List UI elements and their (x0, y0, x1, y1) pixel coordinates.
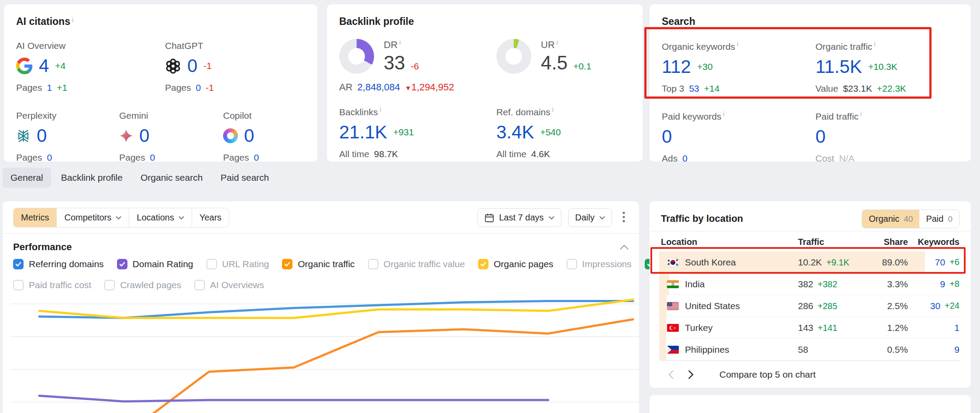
keywords-link[interactable]: 9 (940, 279, 946, 289)
tab-backlink-profile[interactable]: Backlink profile (53, 168, 131, 188)
checkbox-organic-traffic-value[interactable]: Organic traffic value (368, 259, 465, 269)
dr-donut (339, 39, 374, 74)
paid-traffic-value[interactable]: 0 (815, 127, 825, 146)
checkbox-domain-rating[interactable]: Domain Rating (117, 259, 193, 269)
paid-traffic-metric: Paid traffici 0 CostN/A (815, 110, 959, 164)
section-tabs: General Backlink profile Organic search … (3, 168, 277, 188)
more-options-button[interactable] (619, 211, 629, 224)
date-range-button[interactable]: Last 7 days (478, 208, 561, 227)
kebab-icon (622, 211, 625, 223)
pages-value[interactable]: 0 (254, 152, 259, 163)
toggle-organic[interactable]: Organic40 (862, 210, 919, 228)
info-icon[interactable]: i (380, 106, 381, 113)
checkbox-organic-pages[interactable]: Organic pages (478, 259, 554, 269)
location-row-india: India 382+382 3.3% 9+8 (661, 273, 959, 295)
calendar-icon (485, 213, 494, 223)
keywords-delta: +8 (949, 279, 959, 289)
share-value: 3.3% (864, 279, 908, 289)
next-page-button[interactable] (681, 365, 701, 385)
chatgpt-value[interactable]: 0 (187, 57, 197, 75)
info-icon[interactable]: i (860, 110, 862, 117)
dr-label: DRi (384, 39, 419, 51)
pages-label: Pages (16, 83, 42, 93)
keywords-link[interactable]: 9 (954, 344, 959, 355)
performance-toolbar: Metrics Competitors Locations Years Last… (3, 201, 639, 233)
years-button[interactable]: Years (192, 208, 229, 227)
info-icon[interactable]: i (874, 41, 875, 48)
tab-general[interactable]: General (3, 168, 51, 188)
ref-domains-delta: +540 (540, 127, 560, 138)
traffic-delta: +285 (818, 301, 837, 311)
backlinks-value[interactable]: 21.1K (339, 123, 387, 141)
compare-top5-label[interactable]: Compare top 5 on chart (719, 369, 816, 380)
ai-item-chatgpt: ChatGPT 0 -1 Pages0-1 (165, 41, 305, 93)
metrics-button[interactable]: Metrics (14, 208, 56, 227)
collapse-chevron-icon[interactable] (620, 245, 629, 250)
tab-organic-search[interactable]: Organic search (133, 168, 210, 188)
backlinks-label: Backlinksi (339, 106, 496, 117)
pages-value[interactable]: 1 (47, 83, 52, 93)
performance-chart[interactable] (10, 287, 642, 413)
pages-value[interactable]: 0 (196, 83, 201, 93)
granularity-button[interactable]: Daily (568, 208, 612, 227)
info-icon[interactable]: i (723, 110, 725, 117)
backlinks-delta: +931 (393, 127, 414, 138)
top3-value[interactable]: 53 (689, 83, 699, 94)
info-icon[interactable]: i (72, 17, 73, 24)
traffic-value: 10.2K (798, 257, 822, 268)
top3-delta: +14 (704, 83, 720, 94)
traffic-delta: +141 (818, 323, 837, 333)
keywords-link[interactable]: 70 (935, 257, 945, 268)
traffic-by-location-card: Traffic by location Organic40 Paid0 Loca… (650, 201, 971, 388)
backlink-profile-title: Backlink profile (339, 16, 630, 28)
gemini-value[interactable]: 0 (139, 127, 149, 145)
google-icon (16, 58, 33, 74)
pages-label: Pages (16, 152, 42, 163)
location-table-header: Location Traffic Share Keywords (661, 232, 959, 251)
alltime-label: All time (496, 149, 526, 159)
column-traffic: Traffic (798, 237, 864, 247)
pages-value[interactable]: 0 (47, 152, 52, 163)
keywords-delta: +6 (949, 257, 959, 268)
traffic-value: 58 (798, 344, 808, 355)
checkbox-organic-traffic[interactable]: Organic traffic (282, 259, 354, 269)
ur-gauge: URi 4.5+0.1 (496, 39, 630, 74)
dr-value: 33 (384, 52, 405, 74)
info-icon[interactable]: i (399, 39, 401, 46)
info-icon[interactable]: i (557, 39, 558, 46)
copilot-value[interactable]: 0 (244, 127, 254, 145)
column-share: Share (864, 237, 908, 247)
organic-keywords-value[interactable]: 112 (662, 58, 691, 76)
ai-item-label: AI Overview (16, 41, 165, 51)
keywords-link[interactable]: 1 (954, 323, 959, 333)
organic-traffic-label: Organic traffici (815, 41, 959, 52)
prev-page-button[interactable] (661, 365, 681, 385)
checkbox-impressions[interactable]: Impressions (567, 259, 632, 269)
toggle-paid[interactable]: Paid0 (919, 210, 959, 228)
tab-paid-search[interactable]: Paid search (213, 168, 277, 188)
ar-value[interactable]: 2,848,084 (358, 82, 400, 93)
organic-keywords-delta: +30 (697, 62, 713, 72)
location-name: India (685, 279, 705, 289)
ai-citations-card: AI citationsi AI Overview 4 +4 Pages1+1 … (4, 4, 317, 162)
pages-value[interactable]: 0 (150, 152, 155, 163)
organic-traffic-value[interactable]: 11.5K (815, 58, 862, 76)
checkbox-url-rating[interactable]: URL Rating (206, 259, 269, 269)
info-icon[interactable]: i (552, 106, 554, 113)
ref-domains-value[interactable]: 3.4K (496, 123, 534, 141)
locations-button[interactable]: Locations (129, 208, 192, 227)
ref-domains-label: Ref. domainsi (496, 106, 630, 117)
paid-keywords-value[interactable]: 0 (662, 127, 672, 146)
cost-label: Cost (815, 153, 834, 164)
location-name: Turkey (685, 323, 712, 333)
competitors-button[interactable]: Competitors (56, 208, 129, 227)
checkbox-referring-domains[interactable]: Referring domains (13, 259, 104, 269)
location-row-philippines: Philippines 58 0.5% 9 (661, 339, 959, 361)
ai-overview-value[interactable]: 4 (39, 57, 49, 75)
keywords-link[interactable]: 30 (930, 301, 940, 311)
keywords-delta: +24 (945, 301, 959, 311)
perplexity-value[interactable]: 0 (37, 127, 47, 145)
info-icon[interactable]: i (737, 41, 738, 48)
chevron-down-icon (599, 216, 605, 220)
ads-value[interactable]: 0 (682, 153, 688, 164)
